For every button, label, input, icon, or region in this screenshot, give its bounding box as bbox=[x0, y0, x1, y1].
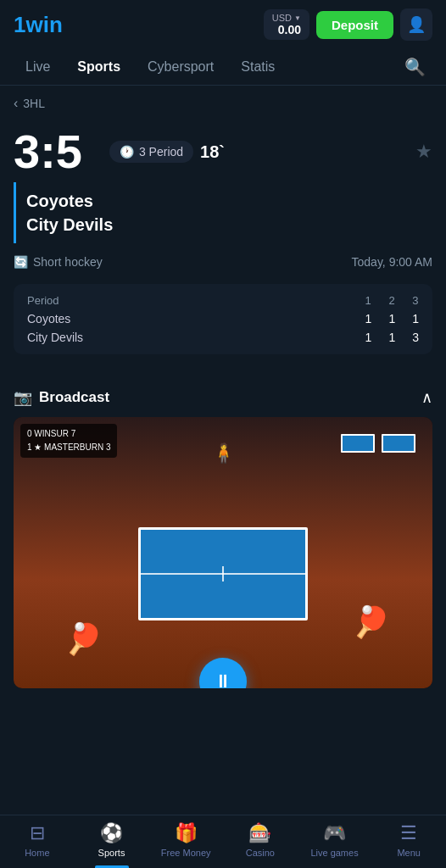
balance-value: 0.00 bbox=[278, 23, 301, 36]
team1-name: Coyotes bbox=[26, 189, 432, 213]
logo-text: win bbox=[25, 12, 62, 37]
score-overlay: 0 WINSUR 7 1 ★ MASTERBURN 3 bbox=[20, 424, 117, 458]
sport-info: 🔄 Short hockey Today, 9:00 AM bbox=[14, 250, 432, 274]
team2-p2: 1 bbox=[388, 331, 395, 344]
score-table-grid: Period 1 2 3 Coyotes 1 1 1 City Devils 1… bbox=[27, 294, 419, 344]
team2-row-label: City Devils bbox=[27, 331, 348, 344]
bg-table-2 bbox=[382, 434, 415, 453]
team1-row-label: Coyotes bbox=[27, 312, 348, 326]
tab-live[interactable]: Live bbox=[14, 49, 62, 85]
video-scene: 0 WINSUR 7 1 ★ MASTERBURN 3 🧍 🏓 bbox=[14, 417, 432, 688]
team2-name: City Devils bbox=[26, 213, 432, 236]
tab-cybersport[interactable]: Cybersport bbox=[136, 49, 226, 85]
gamepad-icon: 🎮 bbox=[323, 822, 346, 844]
background-tables bbox=[341, 434, 415, 453]
breadcrumb-label: 3HL bbox=[23, 97, 45, 110]
player-right: 🏓 bbox=[352, 607, 390, 637]
breadcrumb[interactable]: ‹ 3HL bbox=[0, 86, 446, 121]
sports-icon: ⚽ bbox=[100, 822, 123, 844]
menu-icon: ☰ bbox=[400, 822, 417, 844]
team2-p1: 1 bbox=[365, 331, 372, 344]
score-main: 3:5 🕐 3 Period 18` ★ bbox=[14, 128, 432, 175]
search-button[interactable]: 🔍 bbox=[398, 50, 432, 84]
nav-item-sports[interactable]: ⚽ Sports bbox=[75, 822, 149, 858]
player-left-figure: 🏓 bbox=[64, 624, 103, 654]
currency-box[interactable]: USD 0.00 bbox=[264, 9, 309, 40]
nav-casino-label: Casino bbox=[246, 848, 275, 858]
nav-item-live-games[interactable]: 🎮 Live games bbox=[298, 822, 372, 858]
tab-sports[interactable]: Sports bbox=[65, 49, 132, 85]
play-icon: ⏸ bbox=[214, 670, 232, 688]
period-label: 3 Period bbox=[139, 145, 183, 159]
sport-name: Short hockey bbox=[33, 255, 103, 269]
team1-p1: 1 bbox=[365, 312, 372, 326]
tt-table bbox=[138, 527, 308, 620]
nav-sports-label: Sports bbox=[98, 848, 125, 858]
player-right-figure: 🏓 bbox=[352, 607, 390, 637]
back-arrow-icon: ‹ bbox=[14, 96, 18, 111]
team1-p3: 1 bbox=[412, 312, 419, 326]
search-icon: 🔍 bbox=[404, 58, 426, 76]
deposit-button[interactable]: Deposit bbox=[316, 11, 393, 39]
tab-statistics[interactable]: Statis bbox=[229, 49, 287, 85]
team1-p2: 1 bbox=[388, 312, 395, 326]
col-header-3: 3 bbox=[412, 294, 419, 307]
avatar-button[interactable]: 👤 bbox=[400, 8, 432, 41]
col-header-period: Period bbox=[27, 294, 348, 307]
score-table: Period 1 2 3 Coyotes 1 1 1 City Devils 1… bbox=[14, 284, 432, 354]
broadcast-title: 📷 Broadcast bbox=[14, 388, 109, 407]
broadcast-label: Broadcast bbox=[39, 389, 109, 406]
logo: 1win bbox=[14, 12, 63, 38]
nav-free-money-label: Free Money bbox=[161, 848, 211, 858]
bottom-nav: ⊟ Home ⚽ Sports 🎁 Free Money 🎰 Casino 🎮 … bbox=[0, 815, 446, 868]
currency-label: USD bbox=[272, 13, 301, 23]
broadcast-section: 📷 Broadcast ∧ 0 WINSUR 7 1 ★ MASTERBURN … bbox=[0, 378, 446, 688]
overlay-score-2: 1 ★ MASTERBURN 3 bbox=[27, 441, 110, 454]
match-score: 3:5 bbox=[14, 128, 82, 175]
score-section: 3:5 🕐 3 Period 18` ★ Coyotes City Devils… bbox=[0, 121, 446, 378]
player-left: 🏓 bbox=[64, 624, 103, 654]
tt-net bbox=[141, 573, 305, 575]
score-info: 🕐 3 Period 18` bbox=[109, 141, 225, 163]
tt-surface bbox=[138, 527, 308, 620]
team2-p3: 3 bbox=[412, 331, 419, 344]
match-time: 18` bbox=[200, 142, 225, 162]
col-header-2: 2 bbox=[388, 294, 395, 307]
nav-item-casino[interactable]: 🎰 Casino bbox=[223, 822, 298, 858]
nav-home-label: Home bbox=[25, 848, 49, 858]
camera-icon: 📷 bbox=[14, 388, 32, 407]
nav-live-games-label: Live games bbox=[310, 848, 358, 858]
teams: Coyotes City Devils bbox=[14, 182, 432, 243]
home-icon: ⊟ bbox=[30, 822, 45, 844]
header-right: USD 0.00 Deposit 👤 bbox=[264, 8, 432, 41]
user-icon: 👤 bbox=[407, 15, 426, 34]
casino-icon: 🎰 bbox=[248, 822, 271, 844]
nav-menu-label: Menu bbox=[397, 848, 421, 858]
collapse-button[interactable]: ∧ bbox=[421, 388, 432, 407]
col-header-1: 1 bbox=[365, 294, 372, 307]
nav-item-home[interactable]: ⊟ Home bbox=[0, 822, 75, 858]
favorite-button[interactable]: ★ bbox=[415, 141, 432, 163]
nav-item-free-money[interactable]: 🎁 Free Money bbox=[148, 822, 223, 858]
nav-item-menu[interactable]: ☰ Menu bbox=[371, 822, 446, 858]
sport-icon: 🔄 bbox=[14, 255, 28, 269]
nav-tabs: Live Sports Cybersport Statis 🔍 bbox=[0, 49, 446, 86]
bg-table-1 bbox=[341, 434, 375, 453]
header: 1win USD 0.00 Deposit 👤 bbox=[0, 0, 446, 49]
logo-number: 1 bbox=[14, 12, 25, 37]
gift-icon: 🎁 bbox=[175, 822, 198, 844]
overlay-score-1: 0 WINSUR 7 bbox=[27, 427, 110, 441]
video-container[interactable]: 0 WINSUR 7 1 ★ MASTERBURN 3 🧍 🏓 bbox=[14, 417, 432, 688]
referee: 🧍 bbox=[212, 442, 235, 465]
sport-label: 🔄 Short hockey bbox=[14, 255, 103, 269]
period-badge: 🕐 3 Period bbox=[109, 141, 193, 163]
clock-icon: 🕐 bbox=[120, 145, 134, 159]
broadcast-header: 📷 Broadcast ∧ bbox=[14, 378, 432, 417]
match-datetime: Today, 9:00 AM bbox=[352, 255, 432, 269]
